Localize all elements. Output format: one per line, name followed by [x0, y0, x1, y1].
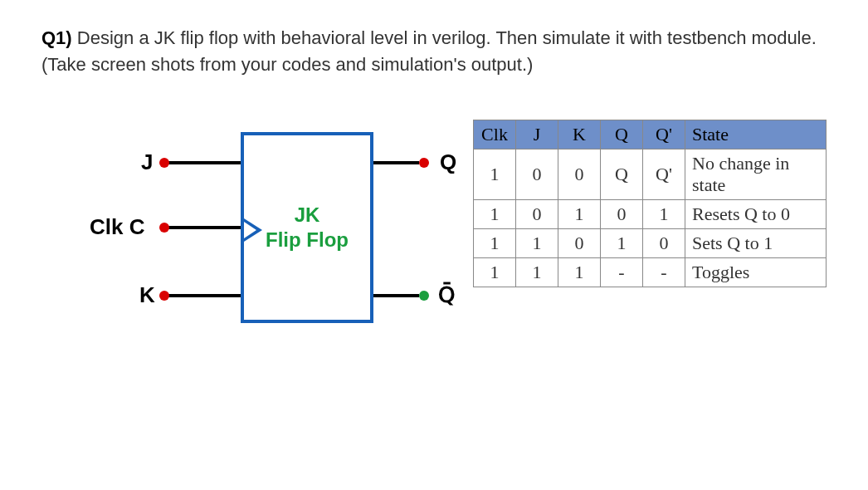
- flipflop-box: JK Flip Flop: [241, 132, 373, 323]
- th-clk: Clk: [474, 120, 516, 149]
- pin-label-q: Q: [440, 149, 456, 175]
- pin-dot-k: [159, 291, 169, 301]
- pin-dot-q: [419, 158, 429, 168]
- table-row: 1 1 1 - - Toggles: [474, 257, 827, 287]
- pin-label-k: K: [139, 282, 155, 308]
- jk-flipflop-diagram: JK Flip Flop J Clk C K Q Q̄: [66, 120, 423, 336]
- table-row: 1 0 0 Q Q' No change in state: [474, 149, 827, 199]
- wire-clk: [166, 226, 241, 229]
- th-q: Q: [601, 120, 643, 149]
- content-row: JK Flip Flop J Clk C K Q Q̄ Clk J K Q Q': [41, 120, 827, 336]
- wire-q: [373, 161, 419, 164]
- pin-label-qbar: Q̄: [438, 282, 455, 308]
- th-qprime: Q': [643, 120, 685, 149]
- question-label: Q1): [41, 27, 72, 48]
- question-text: Q1) Design a JK flip flop with behaviora…: [41, 25, 827, 78]
- th-state: State: [685, 120, 827, 149]
- flipflop-label-bottom: Flip Flop: [244, 228, 370, 252]
- wire-qbar: [373, 294, 419, 297]
- wire-j: [166, 161, 241, 164]
- flipflop-label-top: JK: [244, 203, 370, 227]
- table-row: 1 0 1 0 1 Resets Q to 0: [474, 199, 827, 228]
- pin-dot-j: [159, 158, 169, 168]
- pin-label-j: J: [141, 149, 153, 175]
- pin-dot-qbar: [419, 291, 429, 301]
- pin-label-clk: Clk C: [90, 214, 144, 240]
- truth-table: Clk J K Q Q' State 1 0 0 Q Q' No change …: [473, 120, 827, 287]
- pin-dot-clk: [159, 223, 169, 233]
- wire-k: [166, 294, 241, 297]
- th-k: K: [558, 120, 601, 149]
- th-j: J: [516, 120, 558, 149]
- table-row: 1 1 0 1 0 Sets Q to 1: [474, 228, 827, 257]
- table-header-row: Clk J K Q Q' State: [474, 120, 827, 149]
- question-body: Design a JK flip flop with behavioral le…: [41, 27, 817, 75]
